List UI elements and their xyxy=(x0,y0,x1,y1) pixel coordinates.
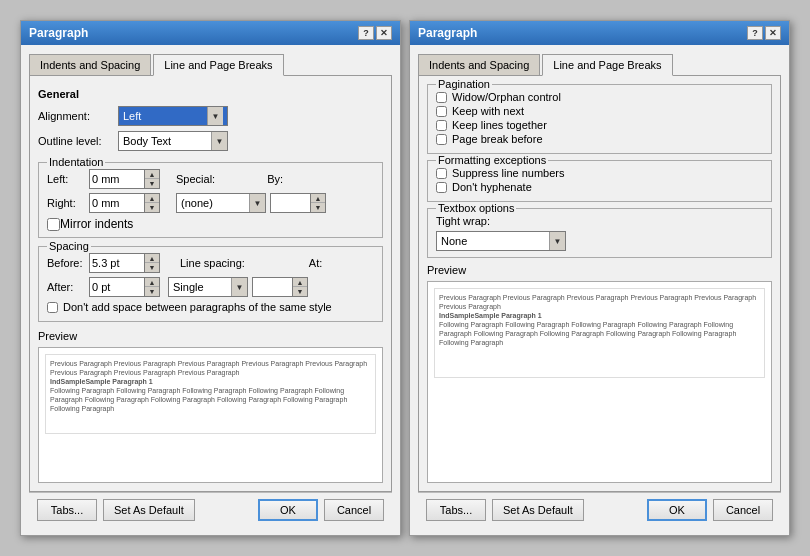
by-input[interactable] xyxy=(270,193,310,213)
alignment-select[interactable]: Left ▼ xyxy=(118,106,228,126)
before-input[interactable] xyxy=(89,253,144,273)
dont-add-label: Don't add space between paragraphs of th… xyxy=(63,301,332,313)
preview-inner-right: Previous Paragraph Previous Paragraph Pr… xyxy=(434,288,765,378)
by-spin-btns: ▲ ▼ xyxy=(310,193,326,213)
dialog-content-left: Indents and Spacing Line and Page Breaks… xyxy=(21,45,400,535)
line-spacing-label: Line spacing: xyxy=(180,257,245,269)
close-button-right[interactable]: ✕ xyxy=(765,26,781,40)
preview-box-right: Previous Paragraph Previous Paragraph Pr… xyxy=(427,281,772,483)
formatting-group: Formatting exceptions Suppress line numb… xyxy=(427,160,772,202)
set-default-button-right[interactable]: Set As Default xyxy=(492,499,584,521)
after-input[interactable] xyxy=(89,277,144,297)
at-input[interactable] xyxy=(252,277,292,297)
by-spinbox[interactable]: ▲ ▼ xyxy=(270,193,326,213)
preview-label-left: Preview xyxy=(38,330,383,342)
tight-wrap-select[interactable]: None ▼ xyxy=(436,231,566,251)
at-spinbox[interactable]: ▲ ▼ xyxy=(252,277,308,297)
before-spinbox[interactable]: ▲ ▼ xyxy=(89,253,160,273)
cancel-button-right[interactable]: Cancel xyxy=(713,499,773,521)
preview-current-left: IndSampleSample Paragraph 1 xyxy=(50,377,371,386)
set-default-button-left[interactable]: Set As Default xyxy=(103,499,195,521)
keep-lines-checkbox[interactable] xyxy=(436,120,447,131)
at-spin-down[interactable]: ▼ xyxy=(293,287,307,296)
keep-with-next-checkbox[interactable] xyxy=(436,106,447,117)
pagination-label: Pagination xyxy=(436,78,492,90)
before-label: Before: xyxy=(47,257,89,269)
widow-orphan-row: Widow/Orphan control xyxy=(436,91,763,103)
tab-indents-spacing-left[interactable]: Indents and Spacing xyxy=(29,54,151,76)
line-spacing-arrow[interactable]: ▼ xyxy=(231,278,247,296)
title-buttons-right: ? ✕ xyxy=(747,26,781,40)
alignment-label: Alignment: xyxy=(38,110,118,122)
right-indent-row: Right: ▲ ▼ (none) ▼ xyxy=(47,193,374,213)
before-spin-down[interactable]: ▼ xyxy=(145,263,159,272)
left-spinbox[interactable]: ▲ ▼ xyxy=(89,169,160,189)
line-spacing-select[interactable]: Single ▼ xyxy=(168,277,248,297)
suppress-numbers-row: Suppress line numbers xyxy=(436,167,763,179)
preview-inner-left: Previous Paragraph Previous Paragraph Pr… xyxy=(45,354,376,434)
after-spinbox[interactable]: ▲ ▼ xyxy=(89,277,160,297)
alignment-arrow[interactable]: ▼ xyxy=(207,107,223,125)
bottom-buttons-left: Tabs... Set As Default OK Cancel xyxy=(29,492,392,527)
right-input[interactable] xyxy=(89,193,144,213)
after-spin-btns: ▲ ▼ xyxy=(144,277,160,297)
special-select[interactable]: (none) ▼ xyxy=(176,193,266,213)
page-break-row: Page break before xyxy=(436,133,763,145)
help-button-right[interactable]: ? xyxy=(747,26,763,40)
after-spin-down[interactable]: ▼ xyxy=(145,287,159,296)
by-spin-up[interactable]: ▲ xyxy=(311,194,325,203)
title-buttons-left: ? ✕ xyxy=(358,26,392,40)
outline-arrow[interactable]: ▼ xyxy=(211,132,227,150)
tight-wrap-arrow[interactable]: ▼ xyxy=(549,232,565,250)
suppress-numbers-checkbox[interactable] xyxy=(436,168,447,179)
before-spin-up[interactable]: ▲ xyxy=(145,254,159,263)
mirror-checkbox[interactable] xyxy=(47,218,60,231)
ok-button-left[interactable]: OK xyxy=(258,499,318,521)
tab-line-page-breaks-left[interactable]: Line and Page Breaks xyxy=(153,54,283,76)
widow-orphan-label: Widow/Orphan control xyxy=(452,91,561,103)
close-button-left[interactable]: ✕ xyxy=(376,26,392,40)
general-label: General xyxy=(38,88,383,100)
indentation-group: Indentation Left: ▲ ▼ Special: By: Right… xyxy=(38,162,383,238)
right-spinbox[interactable]: ▲ ▼ xyxy=(89,193,160,213)
keep-lines-label: Keep lines together xyxy=(452,119,547,131)
help-button-left[interactable]: ? xyxy=(358,26,374,40)
before-spin-btns: ▲ ▼ xyxy=(144,253,160,273)
special-arrow[interactable]: ▼ xyxy=(249,194,265,212)
line-spacing-value: Single xyxy=(169,281,229,293)
title-left: Paragraph xyxy=(29,26,88,40)
before-row: Before: ▲ ▼ Line spacing: At: xyxy=(47,253,374,273)
widow-orphan-checkbox[interactable] xyxy=(436,92,447,103)
dont-hyphenate-row: Don't hyphenate xyxy=(436,181,763,193)
page-break-checkbox[interactable] xyxy=(436,134,447,145)
right-spin-btns: ▲ ▼ xyxy=(144,193,160,213)
outline-select[interactable]: Body Text ▼ xyxy=(118,131,228,151)
special-value: (none) xyxy=(177,197,247,209)
by-spin-down[interactable]: ▼ xyxy=(311,203,325,212)
tabs-button-left[interactable]: Tabs... xyxy=(37,499,97,521)
right-spin-down[interactable]: ▼ xyxy=(145,203,159,212)
left-spin-up[interactable]: ▲ xyxy=(145,170,159,179)
after-spin-up[interactable]: ▲ xyxy=(145,278,159,287)
left-spin-down[interactable]: ▼ xyxy=(145,179,159,188)
at-spin-up[interactable]: ▲ xyxy=(293,278,307,287)
left-spin-btns: ▲ ▼ xyxy=(144,169,160,189)
tight-wrap-value: None xyxy=(437,235,547,247)
dont-hyphenate-checkbox[interactable] xyxy=(436,182,447,193)
tab-line-page-breaks-right[interactable]: Line and Page Breaks xyxy=(542,54,672,76)
spacing-group: Spacing Before: ▲ ▼ Line spacing: At: Af… xyxy=(38,246,383,322)
dont-add-checkbox[interactable] xyxy=(47,302,58,313)
ok-button-right[interactable]: OK xyxy=(647,499,707,521)
left-input[interactable] xyxy=(89,169,144,189)
cancel-button-left[interactable]: Cancel xyxy=(324,499,384,521)
tab-indents-spacing-right[interactable]: Indents and Spacing xyxy=(418,54,540,76)
bottom-buttons-right: Tabs... Set As Default OK Cancel xyxy=(418,492,781,527)
outline-value: Body Text xyxy=(119,135,209,147)
tabs-button-right[interactable]: Tabs... xyxy=(426,499,486,521)
right-spin-up[interactable]: ▲ xyxy=(145,194,159,203)
preview-next-right: Following Paragraph Following Paragraph … xyxy=(439,320,760,347)
dont-add-row: Don't add space between paragraphs of th… xyxy=(47,301,374,313)
left-label: Left: xyxy=(47,173,89,185)
keep-with-next-row: Keep with next xyxy=(436,105,763,117)
tabs-left: Indents and Spacing Line and Page Breaks xyxy=(29,53,392,75)
